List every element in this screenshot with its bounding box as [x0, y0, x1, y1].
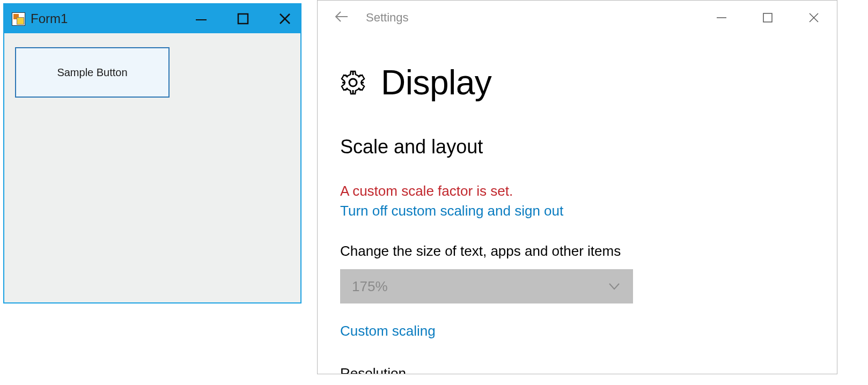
change-size-label: Change the size of text, apps and other … — [340, 243, 821, 260]
svg-rect-1 — [238, 14, 248, 24]
form1-title: Form1 — [31, 11, 193, 26]
maximize-icon — [237, 12, 249, 25]
custom-scale-warning: A custom scale factor is set. — [340, 183, 821, 199]
settings-body: Display Scale and layout A custom scale … — [318, 35, 837, 374]
settings-maximize-button[interactable] — [745, 1, 791, 35]
form1-client-area: Sample Button — [4, 33, 300, 108]
settings-window: Settings Display Scale and l — [317, 0, 837, 374]
form1-window: Form1 Sample Button — [3, 3, 301, 303]
back-button[interactable] — [334, 9, 350, 27]
settings-window-controls — [698, 1, 837, 35]
app-icon — [12, 12, 25, 26]
turn-off-custom-scaling-link[interactable]: Turn off custom scaling and sign out — [340, 203, 821, 219]
scale-dropdown-value: 175% — [352, 278, 388, 295]
arrow-left-icon — [334, 9, 350, 25]
settings-close-button[interactable] — [791, 1, 837, 35]
resolution-heading: Resolution — [340, 365, 821, 374]
minimize-icon — [716, 12, 727, 23]
display-page-title: Display — [381, 63, 491, 102]
minimize-icon — [195, 12, 208, 25]
display-page-header: Display — [340, 63, 821, 102]
scale-and-layout-heading: Scale and layout — [340, 136, 821, 158]
close-button[interactable] — [277, 11, 293, 27]
close-icon — [808, 12, 819, 23]
maximize-button[interactable] — [235, 11, 251, 27]
settings-minimize-button[interactable] — [698, 1, 745, 35]
maximize-icon — [762, 12, 773, 23]
settings-titlebar[interactable]: Settings — [318, 1, 837, 35]
close-icon — [278, 12, 291, 25]
custom-scaling-link[interactable]: Custom scaling — [340, 323, 821, 339]
sample-button-label: Sample Button — [57, 66, 127, 79]
minimize-button[interactable] — [193, 11, 209, 27]
svg-point-9 — [349, 79, 357, 86]
sample-button[interactable]: Sample Button — [15, 47, 170, 98]
svg-rect-6 — [763, 13, 772, 22]
gear-icon — [340, 70, 366, 95]
form1-titlebar[interactable]: Form1 — [4, 4, 300, 33]
chevron-down-icon — [607, 279, 621, 293]
form1-window-controls — [193, 11, 293, 27]
scale-dropdown[interactable]: 175% — [340, 269, 633, 303]
settings-window-title: Settings — [366, 11, 409, 25]
